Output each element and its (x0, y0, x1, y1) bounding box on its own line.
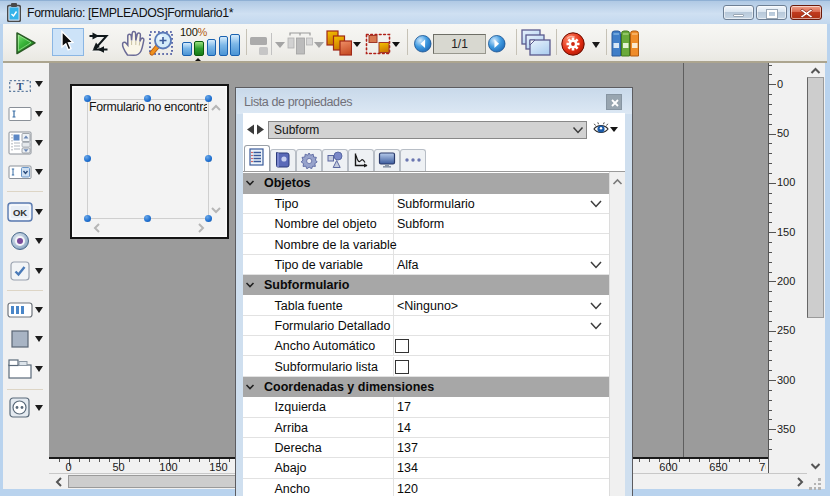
svg-text:T: T (16, 81, 23, 92)
svg-text:OK: OK (12, 207, 26, 218)
